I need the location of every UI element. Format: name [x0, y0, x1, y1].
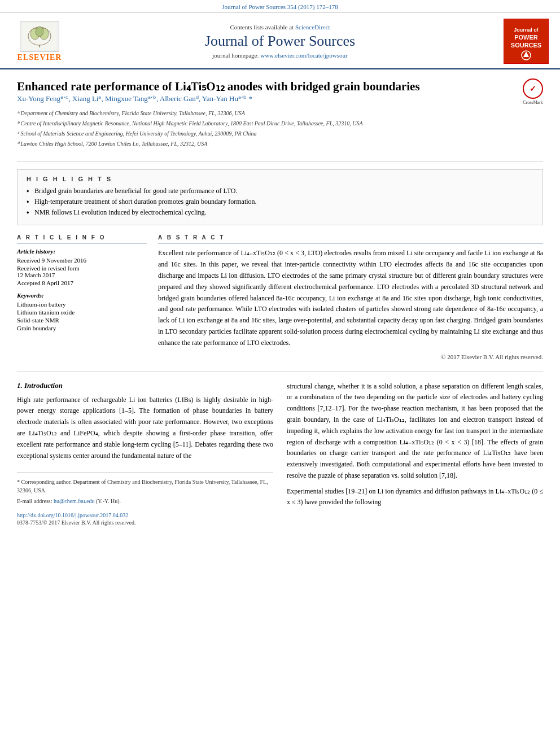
page: Journal of Power Sources 354 (2017) 172–…	[0, 0, 560, 747]
footnote-email-name: (Y.-Y. Hu).	[96, 498, 121, 504]
keywords-title: Keywords:	[17, 292, 147, 299]
svg-text:POWER: POWER	[514, 34, 538, 41]
journal-main-title: Journal of Power Sources	[68, 33, 492, 50]
accepted: Accepted 8 April 2017	[17, 279, 147, 286]
article-title-text: Enhanced rate performance of Li₄Ti₅O₁₂ a…	[17, 78, 420, 94]
received-1: Received 9 November 2016	[17, 257, 147, 264]
highlight-2: High-temperature treatment of short dura…	[27, 198, 533, 206]
footnote-email-link[interactable]: hu@chem.fsu.edu	[54, 498, 95, 504]
article-title: Enhanced rate performance of Li₄Ti₅O₁₂ a…	[17, 78, 420, 155]
abstract-col: A B S T R A C T Excellent rate performan…	[158, 234, 543, 360]
elsevier-tree-icon	[20, 21, 59, 52]
power-sources-logo: Journal of POWER SOURCES	[504, 19, 549, 64]
affiliation-c: ᶜ School of Materials Science and Engine…	[17, 129, 420, 138]
received-2: Received in revised form 12 March 2017	[17, 265, 147, 278]
article-body: Enhanced rate performance of Li₄Ti₅O₁₂ a…	[0, 69, 560, 537]
footnote-email-section: E-mail address: hu@chem.fsu.edu (Y.-Y. H…	[17, 497, 273, 505]
authors-text: Xu-Yong Fengᵃ‘ᶜ, Xiang Liᵃ, Mingxue Tang…	[17, 94, 252, 103]
received-2-date: 12 March 2017	[17, 272, 55, 278]
crossmark-label: CrossMark	[523, 100, 543, 105]
affiliation-a: ᵃ Department of Chemistry and Biochemist…	[17, 109, 420, 118]
main-content: 1. Introduction High rate performance of…	[17, 381, 543, 526]
elsevier-logo: ELSEVIER	[11, 21, 68, 62]
intro-text-col2: structural change, whether it is a solid…	[287, 381, 543, 482]
abstract-label: A B S T R A C T	[158, 234, 543, 243]
history-title: Article history:	[17, 248, 147, 255]
article-info-label: A R T I C L E I N F O	[17, 234, 147, 243]
article-history: Article history: Received 9 November 201…	[17, 248, 147, 286]
crossmark-logo[interactable]: ✓	[523, 78, 543, 99]
article-title-section: Enhanced rate performance of Li₄Ti₅O₁₂ a…	[17, 78, 543, 161]
elsevier-logo-section: ELSEVIER	[11, 21, 68, 62]
keyword-4: Grain boundary	[17, 325, 147, 331]
journal-header-center: Contents lists available at ScienceDirec…	[68, 24, 492, 59]
svg-text:SOURCES: SOURCES	[511, 42, 541, 49]
journal-header: ELSEVIER Contents lists available at Sci…	[0, 13, 560, 69]
top-citation-text: Journal of Power Sources 354 (2017) 172–…	[222, 3, 338, 10]
highlight-3: NMR follows Li evolution induced by elec…	[27, 208, 533, 217]
doi-section: http://dx.doi.org/10.1016/j.jpowsour.201…	[17, 512, 273, 518]
footnote-email-label: E-mail address:	[17, 498, 52, 504]
footnote-corresponding: * Corresponding author. Department of Ch…	[17, 478, 273, 495]
crossmark[interactable]: ✓ CrossMark	[523, 78, 543, 105]
homepage-url[interactable]: www.elsevier.com/locate/jpowsour	[260, 52, 347, 59]
svg-text:Journal of: Journal of	[514, 27, 539, 33]
article-info-col: A R T I C L E I N F O Article history: R…	[17, 234, 147, 360]
intro-heading: 1. Introduction	[17, 381, 273, 390]
intro-col2-para2-text: Experimental studies [19–21] on Li ion d…	[287, 487, 543, 506]
info-abstract-section: A R T I C L E I N F O Article history: R…	[17, 234, 543, 360]
affiliations: ᵃ Department of Chemistry and Biochemist…	[17, 109, 420, 148]
sciencedirect-link[interactable]: ScienceDirect	[295, 24, 330, 30]
homepage-line: journal homepage: www.elsevier.com/locat…	[68, 52, 492, 59]
content-right: structural change, whether it is a solid…	[287, 381, 543, 526]
section-divider	[17, 372, 543, 372]
content-left: 1. Introduction High rate performance of…	[17, 381, 273, 526]
footnote-section: * Corresponding author. Department of Ch…	[17, 473, 273, 505]
contents-line: Contents lists available at ScienceDirec…	[68, 24, 492, 30]
homepage-label: journal homepage:	[212, 52, 259, 59]
top-citation-bar: Journal of Power Sources 354 (2017) 172–…	[0, 0, 560, 13]
keyword-2: Lithium titanium oxide	[17, 309, 147, 316]
highlights-section: H I G H L I G H T S Bridged grain bounda…	[17, 169, 543, 225]
affiliation-d: ᵈ Lawton Chiles High School, 7200 Lawton…	[17, 139, 420, 148]
contents-label: Contents lists available at	[230, 24, 294, 30]
affiliation-b: ᵇ Centre of Interdisciplinary Magnetic R…	[17, 119, 420, 128]
authors-line: Xu-Yong Fengᵃ‘ᶜ, Xiang Liᵃ, Mingxue Tang…	[17, 94, 420, 103]
copyright-line: © 2017 Elsevier B.V. All rights reserved…	[158, 353, 543, 360]
intro-text-col1: High rate performance of rechargeable Li…	[17, 395, 273, 462]
abstract-text: Excellent rate performance of Li₄₋xTi₅O₁…	[158, 248, 543, 348]
doi-link[interactable]: http://dx.doi.org/10.1016/j.jpowsour.201…	[17, 512, 128, 518]
elsevier-text: ELSEVIER	[18, 53, 62, 62]
keywords-section: Keywords: Lithium-ion battery Lithium ti…	[17, 292, 147, 331]
highlight-1: Bridged grain boundaries are beneficial …	[27, 187, 533, 195]
issn-line: 0378-7753/© 2017 Elsevier B.V. All right…	[17, 519, 273, 526]
keyword-3: Solid-state NMR	[17, 317, 147, 324]
highlights-list: Bridged grain boundaries are beneficial …	[27, 187, 533, 217]
highlights-title: H I G H L I G H T S	[27, 176, 533, 182]
journal-header-right: Journal of POWER SOURCES	[492, 19, 549, 64]
svg-point-5	[36, 27, 43, 37]
keyword-1: Lithium-ion battery	[17, 301, 147, 308]
intro-text-col2-para2: Experimental studies [19–21] on Li ion d…	[287, 486, 543, 509]
received-2-text: Received in revised form	[17, 265, 80, 272]
